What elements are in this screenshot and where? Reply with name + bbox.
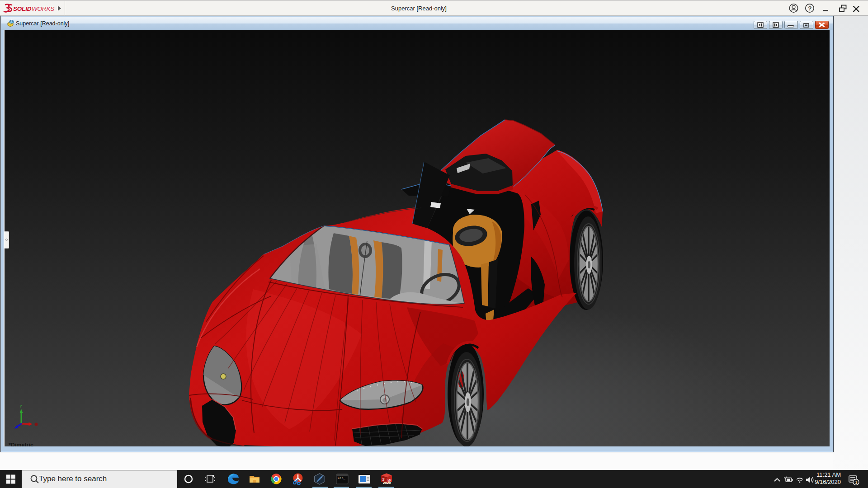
svg-text:Y: Y <box>19 404 22 408</box>
svg-text:?: ? <box>808 5 811 12</box>
svg-text:*Dimetric: *Dimetric <box>9 442 33 446</box>
svg-text:2020: 2020 <box>383 481 391 485</box>
svg-text:C:\_: C:\_ <box>338 476 346 480</box>
svg-text:1: 1 <box>855 480 857 485</box>
